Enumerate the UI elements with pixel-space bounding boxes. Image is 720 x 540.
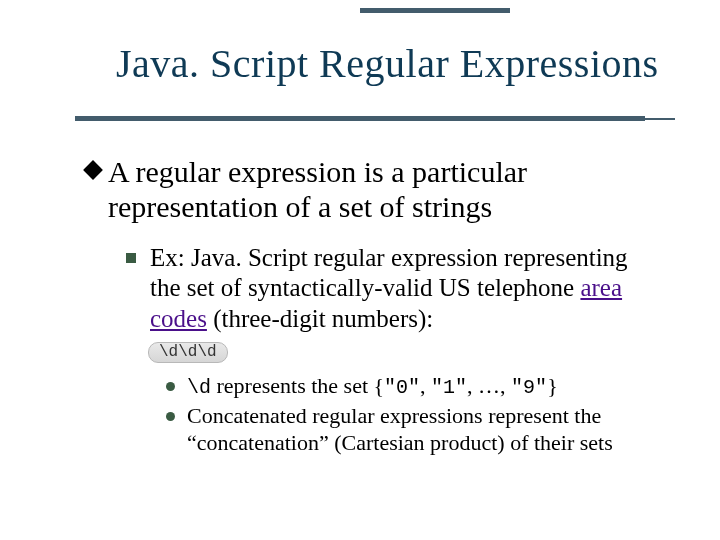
l3a-end: } — [547, 373, 558, 398]
bullet-level3-b: Concatenated regular expressions represe… — [166, 403, 660, 457]
diamond-bullet-icon — [83, 160, 103, 180]
l3a-s1: "1" — [431, 376, 467, 399]
l3a-c2: , …, — [467, 373, 511, 398]
disc-bullet-icon — [166, 382, 175, 391]
slide-title: Java. Script Regular Expressions — [116, 40, 660, 87]
l1-text: A regular expression is a particular rep… — [108, 154, 660, 225]
l3a-text: \d represents the set {"0", "1", …, "9"} — [187, 373, 558, 400]
l3a-mid: represents the set { — [211, 373, 384, 398]
l2-pre: Ex: Java. Script regular expression repr… — [150, 244, 628, 302]
bullet-level2: Ex: Java. Script regular expression repr… — [126, 243, 660, 335]
l2-post: (three-digit numbers): — [207, 305, 433, 332]
square-bullet-icon — [126, 253, 136, 263]
l3b-text: Concatenated regular expressions represe… — [187, 403, 660, 457]
l3a-s0: "0" — [384, 376, 420, 399]
title-wrap: Java. Script Regular Expressions — [116, 40, 660, 87]
l3a-s9: "9" — [511, 376, 547, 399]
regex-code-chip: \d\d\d — [148, 342, 228, 363]
slide-body: A regular expression is a particular rep… — [86, 154, 660, 458]
disc-bullet-icon — [166, 412, 175, 421]
l3a-c1: , — [420, 373, 431, 398]
bullet-level1: A regular expression is a particular rep… — [86, 154, 660, 225]
bullet-level3-a: \d represents the set {"0", "1", …, "9"} — [166, 373, 660, 400]
l2-text: Ex: Java. Script regular expression repr… — [150, 243, 660, 335]
title-underline — [75, 116, 645, 121]
l3a-code: \d — [187, 376, 211, 399]
decor-top-rule — [360, 8, 510, 13]
